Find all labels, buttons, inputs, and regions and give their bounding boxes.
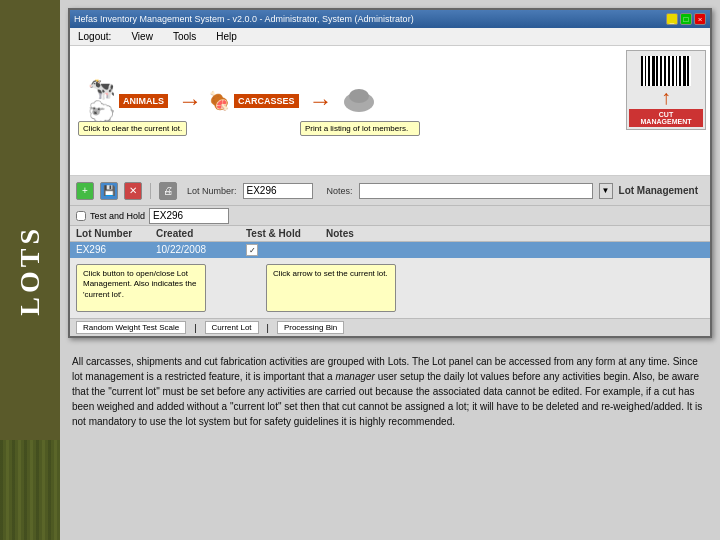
save-button[interactable]: 💾	[100, 182, 118, 200]
cut-management-label: CUT MANAGEMENT	[629, 109, 703, 127]
col-header-test-hold: Test & Hold	[240, 228, 320, 239]
svg-point-1	[349, 89, 369, 103]
test-hold-checkbox[interactable]	[76, 211, 86, 221]
app-body: Click to clear the current lot. Print a …	[70, 46, 710, 336]
cut-management-panel[interactable]: ↑ CUT MANAGEMENT	[626, 50, 706, 130]
sidebar-decoration	[0, 440, 60, 540]
close-button[interactable]: ×	[694, 13, 706, 25]
description-area: All carcasses, shipments and cut fabrica…	[60, 346, 720, 540]
checkbox-row: Test and Hold	[70, 206, 710, 226]
tooltip-click-arrow: Click arrow to set the current lot.	[266, 264, 396, 312]
main-content: Hefas Inventory Management System - v2.0…	[60, 0, 720, 540]
tooltip-open-lot-mgmt: Click button to open/close Lot Managemen…	[76, 264, 206, 312]
sidebar-title: LOTS	[14, 225, 46, 316]
cell-notes	[320, 244, 710, 256]
sidebar: LOTS	[0, 0, 60, 540]
status-separator-2: |	[267, 323, 269, 333]
up-arrow-icon: ↑	[661, 86, 671, 109]
lot-management-label: Lot Management	[619, 185, 704, 196]
status-separator-1: |	[194, 323, 196, 333]
notes-input[interactable]	[359, 183, 593, 199]
test-hold-value-input[interactable]	[149, 208, 229, 224]
carcass-icon: 🍖	[208, 90, 230, 112]
col-header-lot-number: Lot Number	[70, 228, 150, 239]
maximize-button[interactable]: □	[680, 13, 692, 25]
notes-scroll-button[interactable]: ▼	[599, 183, 613, 199]
menu-tools[interactable]: Tools	[169, 30, 200, 43]
title-bar: Hefas Inventory Management System - v2.0…	[70, 10, 710, 28]
table-header: Lot Number Created Test & Hold Notes	[70, 226, 710, 242]
delete-button[interactable]: ✕	[124, 182, 142, 200]
col-header-notes: Notes	[320, 228, 710, 239]
cell-created: 10/22/2008	[150, 244, 240, 256]
tooltip-clear-lot: Click to clear the current lot.	[78, 121, 187, 136]
bottom-tooltips-area: Click button to open/close Lot Managemen…	[70, 258, 710, 318]
status-current-lot: Current Lot	[205, 321, 259, 334]
graphic-area: Click to clear the current lot. Print a …	[70, 46, 710, 176]
minimize-button[interactable]: _	[666, 13, 678, 25]
workflow-graphic: 🐄 🐑 ANIMALS → 🍖 CARCASSES →	[88, 78, 479, 124]
notes-label: Notes:	[327, 186, 353, 196]
cell-test-hold: ✓	[240, 244, 320, 256]
add-button[interactable]: +	[76, 182, 94, 200]
status-bar: Random Weight Test Scale | Current Lot |…	[70, 318, 710, 336]
window-title: Hefas Inventory Management System - v2.0…	[74, 14, 414, 24]
carcasses-label: CARCASSES	[234, 94, 299, 108]
cell-lot-number: EX296	[70, 244, 150, 256]
status-weight-scale: Random Weight Test Scale	[76, 321, 186, 334]
lot-number-input[interactable]	[243, 183, 313, 199]
menu-help[interactable]: Help	[212, 30, 241, 43]
menu-bar: Logout: View Tools Help	[70, 28, 710, 46]
menu-logout[interactable]: Logout:	[74, 30, 115, 43]
menu-view[interactable]: View	[127, 30, 157, 43]
description-text: All carcasses, shipments and cut fabrica…	[72, 356, 702, 427]
toolbar-separator	[150, 183, 151, 199]
cow-icon: 🐄	[88, 78, 115, 100]
arrow-animals-to-carcasses: →	[178, 87, 202, 115]
tooltip-print-listing: Print a listing of lot members.	[300, 121, 420, 136]
test-hold-table-checkbox: ✓	[246, 244, 258, 256]
toolbar-area: + 💾 ✕ 🖨 Lot Number: Notes: ▼ Lot Managem…	[70, 176, 710, 206]
app-window: Hefas Inventory Management System - v2.0…	[68, 8, 712, 338]
barcode-icon	[641, 56, 691, 86]
lot-number-label: Lot Number:	[187, 186, 237, 196]
print-button[interactable]: 🖨	[159, 182, 177, 200]
table-row[interactable]: EX296 10/22/2008 ✓	[70, 242, 710, 258]
status-processing-bin: Processing Bin	[277, 321, 344, 334]
col-header-created: Created	[150, 228, 240, 239]
window-controls: _ □ ×	[666, 13, 706, 25]
cut-icon	[339, 82, 379, 119]
animals-icon: 🐄 🐑	[88, 78, 115, 124]
arrow-carcasses-to-cut: →	[309, 87, 333, 115]
test-hold-label: Test and Hold	[90, 211, 145, 221]
animals-label: ANIMALS	[119, 94, 168, 108]
